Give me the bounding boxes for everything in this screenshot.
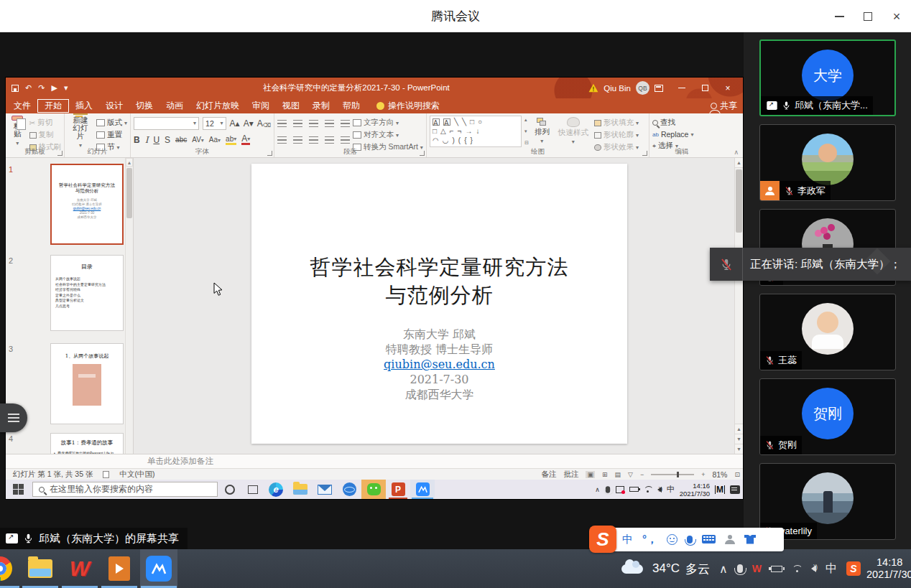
wps-tray-icon[interactable]: W (752, 563, 762, 574)
tab-review[interactable]: 审阅 (246, 99, 276, 113)
powerpoint-taskbar-icon[interactable]: P (386, 480, 410, 499)
italic-button[interactable]: I (145, 135, 149, 145)
voice-input-icon[interactable] (687, 536, 693, 543)
scroll-up-icon[interactable]: ▲ (735, 158, 743, 168)
slide-email-link[interactable]: qiubin@seu.edu.cn (251, 357, 627, 372)
quick-styles-button[interactable]: 快速样式▾ (555, 116, 591, 147)
clear-formatting-button[interactable]: A⌫ (257, 118, 271, 129)
speaker-icon[interactable] (811, 565, 816, 572)
paste-button[interactable]: 粘贴▾ (9, 116, 27, 147)
file-explorer-taskbar-icon[interactable] (22, 549, 59, 588)
slide-thumbnail-1[interactable]: 哲学社会科学定量研究方法与范例分析 东南大学 邱斌 特聘教授 博士生导师 qiu… (50, 164, 124, 245)
clock[interactable]: 14:16 2021/7/30 (680, 482, 710, 498)
wifi-icon[interactable] (644, 486, 652, 493)
clipboard-dialog-launcher[interactable] (57, 151, 63, 156)
mail-taskbar-icon[interactable] (313, 480, 337, 499)
mic-tray-icon[interactable] (737, 564, 743, 573)
weather-cloud-icon[interactable] (621, 564, 643, 574)
next-slide-icon[interactable]: ▼ (735, 434, 743, 444)
slide-sorter-icon[interactable]: ⊞ (602, 471, 608, 478)
toolbox-icon[interactable] (765, 534, 775, 544)
slide-thumbnail-2[interactable]: 目录 从两个故事说起 社会科学中的主要定量研究方法 经济学有何特殊 定量之外是什… (50, 255, 124, 331)
screen-record-icon[interactable] (616, 486, 624, 493)
scrollbar-thumb[interactable] (736, 169, 742, 233)
maximize-button[interactable] (854, 0, 882, 32)
wps-slides-taskbar-icon[interactable] (101, 549, 138, 588)
fit-to-window-icon[interactable]: ⊡ (734, 471, 740, 478)
tab-transitions[interactable]: 切换 (129, 99, 159, 113)
tell-me-search[interactable]: 操作说明搜索 (376, 100, 440, 112)
tab-help[interactable]: 帮助 (336, 99, 366, 113)
zoom-in-icon[interactable]: + (701, 471, 705, 478)
comments-toggle[interactable]: 批注 (563, 470, 578, 480)
zoom-out-icon[interactable]: − (640, 471, 644, 478)
chat-tray-icon[interactable] (730, 485, 740, 494)
language-indicator[interactable]: 中文(中国) (119, 470, 154, 480)
taskbar-search-input[interactable]: 在这里输入你要搜索的内容 (32, 482, 218, 497)
font-size-select[interactable]: 12▾ (203, 117, 226, 130)
editor-scrollbar[interactable]: ▲ ▲ ▼ ▼ (734, 158, 743, 454)
font-dialog-launcher[interactable] (267, 151, 272, 156)
align-text-button[interactable]: 对齐文本▾ (353, 130, 423, 140)
weather-temp[interactable]: 34°C (652, 561, 680, 576)
participant-tile-qiubin[interactable]: 大学 邱斌（东南大学... (759, 39, 896, 116)
slide-thumbnail-4[interactable]: 故事1：费孝通的故事 费孝通撰写并出版的Peasant Life in Chin… (50, 433, 124, 454)
wifi-icon[interactable] (792, 565, 802, 573)
tab-view[interactable]: 视图 (276, 99, 306, 113)
thumbnail-scrollbar[interactable]: ▲ (125, 158, 133, 454)
font-color-button[interactable]: A▾ (241, 135, 250, 145)
scroll-up-icon[interactable]: ▲ (126, 158, 133, 167)
align-right-icon[interactable] (309, 136, 318, 144)
cortana-button[interactable] (225, 485, 235, 495)
wps-taskbar-icon[interactable]: W (61, 549, 98, 588)
mic-tray-icon[interactable] (606, 486, 610, 493)
meeting-taskbar-icon[interactable] (140, 549, 177, 588)
hidden-icons-chevron[interactable]: ∧ (719, 562, 728, 576)
participant-tile-lizhengjun[interactable]: 李政军 (759, 124, 896, 201)
replace-button[interactable]: abReplace▾ (652, 130, 693, 139)
cut-button[interactable]: ✂剪切 (29, 118, 62, 128)
scrollbar-thumb[interactable] (126, 168, 132, 218)
slideshow-view-icon[interactable]: ▽ (628, 471, 633, 478)
numbering-icon[interactable] (293, 120, 302, 128)
ime-indicator[interactable]: 中 (826, 561, 837, 577)
punctuation-icon[interactable]: °， (642, 533, 657, 546)
increase-indent-icon[interactable] (325, 120, 334, 128)
bold-button[interactable]: B (134, 135, 140, 145)
notes-pane[interactable]: 单击此处添加备注 (6, 454, 743, 468)
new-slide-button[interactable]: 新建幻灯片▾ (68, 116, 93, 147)
ppt-restore-button[interactable] (695, 78, 714, 98)
minimize-button[interactable] (825, 0, 854, 32)
strikethrough-button[interactable]: abc (175, 136, 187, 144)
tab-record[interactable]: 录制 (306, 99, 336, 113)
current-slide[interactable]: 哲学社会科学定量研究方法 与范例分析 东南大学 邱斌 特聘教授 博士生导师 qi… (251, 164, 627, 444)
shape-outline-button[interactable]: 形状轮廓▾ (594, 130, 639, 140)
chrome-taskbar-icon[interactable] (0, 549, 19, 588)
participant-tile-hegang[interactable]: 贺刚 贺刚 (759, 378, 896, 455)
battery-icon[interactable] (629, 487, 639, 492)
layout-button[interactable]: 版式▾ (96, 118, 127, 128)
underline-button[interactable]: U (153, 135, 159, 145)
sogou-logo-icon[interactable]: S (589, 526, 616, 553)
tab-design[interactable]: 设计 (99, 99, 129, 113)
change-case-button[interactable]: Aa▾ (209, 136, 221, 144)
meeting-taskbar-icon[interactable] (410, 480, 435, 499)
hidden-icons-chevron[interactable]: ∧ (595, 486, 600, 493)
tab-insert[interactable]: 插入 (69, 99, 99, 113)
shadow-button[interactable]: S (165, 135, 170, 145)
previous-slide-icon[interactable]: ▲ (735, 424, 743, 434)
battery-icon[interactable] (771, 566, 782, 572)
normal-view-icon[interactable]: ▣ (586, 471, 595, 478)
browser-taskbar-icon[interactable] (337, 480, 361, 499)
ppt-share-button[interactable]: 共享 (711, 98, 737, 113)
copy-button[interactable]: 复制 (29, 130, 62, 140)
zoom-slider-thumb[interactable] (677, 472, 679, 477)
weather-condition[interactable]: 多云 (685, 561, 710, 577)
ime-indicator[interactable]: 中 (667, 484, 675, 495)
tab-home[interactable]: 开始 (37, 99, 69, 113)
ppt-account[interactable]: Qiu Bin QB (588, 78, 649, 98)
spell-check-icon[interactable] (103, 471, 109, 478)
file-explorer-taskbar-icon[interactable] (288, 480, 313, 499)
slideshow-icon[interactable]: ▶ (51, 83, 57, 93)
emoji-icon[interactable] (667, 534, 678, 545)
